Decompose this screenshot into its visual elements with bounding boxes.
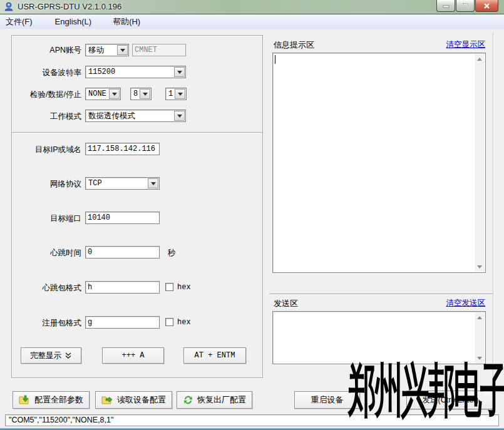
menu-bar: 文件(F) English(L) 帮助(H) [0, 15, 504, 29]
close-icon [483, 3, 490, 9]
chevron-down-icon[interactable] [140, 89, 150, 99]
target-ip-label: 目标IP或域名 [9, 145, 81, 155]
serial-params-label: 检验/数据/停止 [9, 90, 81, 100]
clear-send-link[interactable]: 清空发送区 [446, 298, 486, 309]
baud-value: 115200 [86, 68, 173, 76]
heartbeat-packet-label: 心跳包格式 [9, 283, 81, 294]
maximize-button[interactable] [456, 0, 475, 12]
app-icon [4, 2, 14, 12]
info-display-textarea[interactable] [272, 53, 486, 273]
restart-device-label: 重启设备 [311, 394, 344, 406]
heartbeat-packet-field[interactable] [85, 281, 160, 294]
scroll-up-icon[interactable] [475, 54, 485, 64]
at-entm-button[interactable]: AT + ENTM [183, 347, 246, 364]
minimize-button[interactable] [436, 0, 455, 12]
app-window: USR-GPRS-DTU V2.1.0.196 文件(F) English(L)… [0, 0, 504, 430]
heartbeat-time-label: 心跳时间 [9, 248, 81, 259]
target-ip-field[interactable] [85, 143, 160, 155]
protocol-value: TCP [86, 179, 147, 188]
protocol-select[interactable]: TCP [85, 177, 160, 190]
text-caret [275, 55, 275, 64]
maximize-icon [462, 3, 469, 9]
title-bar[interactable]: USR-GPRS-DTU V2.1.0.196 [0, 0, 504, 14]
baud-label: 设备波特率 [9, 68, 81, 78]
chevron-down-icon[interactable] [109, 89, 120, 99]
chevron-down-icon[interactable] [148, 178, 158, 188]
send-scrollbar[interactable] [475, 312, 485, 363]
plus-a-button[interactable]: +++ A [102, 347, 164, 364]
register-packet-label: 注册包格式 [9, 318, 81, 329]
menu-help[interactable]: 帮助(H) [107, 15, 146, 29]
baud-select[interactable]: 115200 [85, 66, 186, 78]
refresh-icon [183, 395, 193, 405]
read-config-button[interactable]: 读取设备配置 [95, 391, 172, 409]
right-edge-line [493, 33, 494, 411]
minimize-icon [443, 3, 450, 9]
apn-value-field[interactable] [132, 44, 186, 56]
config-all-button[interactable]: 配置全部参数 [13, 391, 90, 409]
close-button[interactable] [475, 0, 498, 12]
send-area-title: 发送区 [274, 298, 298, 309]
right-divider [269, 294, 493, 295]
heartbeat-unit-label: 秒 [168, 248, 187, 259]
folder-download-icon [19, 395, 31, 405]
heartbeat-hex-checkbox[interactable] [165, 283, 173, 291]
scroll-down-icon[interactable] [475, 262, 485, 272]
chevron-down-icon[interactable] [174, 67, 185, 77]
protocol-label: 网络协议 [9, 179, 81, 190]
panel-divider [12, 132, 262, 133]
register-hex-label: hex [177, 318, 191, 327]
full-display-button[interactable]: 完整显示 [21, 347, 81, 364]
vendor-watermark: 郑州兴邦电子 [348, 359, 504, 421]
databits-select[interactable]: 8 [130, 88, 152, 100]
apn-operator-select[interactable]: 移动 [85, 44, 129, 56]
factory-reset-label: 恢复出厂配置 [197, 394, 246, 406]
register-packet-field[interactable] [85, 316, 160, 329]
target-port-field[interactable] [85, 212, 160, 224]
target-port-label: 目标端口 [9, 213, 81, 224]
read-config-label: 读取设备配置 [117, 394, 166, 406]
parity-select[interactable]: NONE [85, 88, 121, 100]
scroll-up-icon[interactable] [475, 312, 485, 322]
info-area-title: 信息提示区 [274, 39, 314, 51]
apn-operator-value: 移动 [86, 45, 116, 56]
menu-file[interactable]: 文件(F) [0, 15, 38, 29]
workmode-value: 数据透传模式 [86, 111, 173, 121]
chevron-down-icon[interactable] [174, 111, 185, 121]
at-entm-label: AT + ENTM [195, 351, 235, 360]
send-textarea[interactable] [272, 311, 486, 364]
info-scrollbar[interactable] [475, 54, 485, 272]
full-display-label: 完整显示 [30, 351, 61, 361]
register-hex-checkbox[interactable] [165, 318, 173, 326]
heartbeat-time-field[interactable] [85, 246, 160, 259]
stopbits-value: 1 [166, 90, 174, 98]
workmode-label: 工作模式 [9, 111, 81, 122]
window-title: USR-GPRS-DTU V2.1.0.196 [18, 2, 121, 11]
parity-value: NONE [86, 90, 108, 98]
chevron-down-icon[interactable] [175, 89, 185, 99]
folder-export-icon [101, 395, 113, 405]
chevron-down-icon[interactable] [117, 45, 128, 55]
stopbits-select[interactable]: 1 [165, 88, 187, 100]
heartbeat-hex-label: hex [177, 283, 191, 292]
databits-value: 8 [131, 90, 139, 98]
config-all-label: 配置全部参数 [34, 394, 83, 406]
factory-reset-button[interactable]: 恢复出厂配置 [177, 391, 252, 409]
clear-display-link[interactable]: 清空显示区 [446, 39, 486, 50]
plus-a-label: +++ A [121, 351, 144, 360]
apn-label: APN账号 [9, 45, 81, 56]
chevron-double-down-icon [64, 352, 72, 359]
menu-english[interactable]: English(L) [49, 15, 98, 29]
workmode-select[interactable]: 数据透传模式 [85, 110, 186, 122]
